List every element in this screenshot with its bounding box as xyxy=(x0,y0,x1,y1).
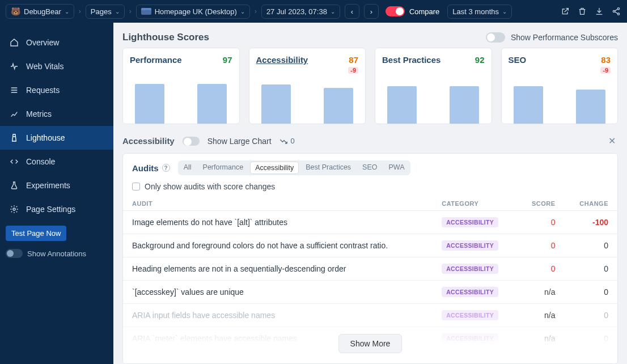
sidebar-item-page-settings[interactable]: Page Settings xyxy=(0,197,113,221)
sidebar-item-label: Console xyxy=(26,157,55,166)
sidebar-item-lighthouse[interactable]: Lighthouse xyxy=(0,126,113,150)
chevron-down-icon: ⌄ xyxy=(240,9,245,15)
score-label: Performance xyxy=(130,55,182,65)
col-audit[interactable]: AUDIT xyxy=(123,197,433,211)
checkbox-icon xyxy=(132,183,140,191)
subscores-toggle-group: Show Performance Subscores xyxy=(486,32,618,43)
table-row[interactable]: `[accesskey]` values are uniqueACCESSIBI… xyxy=(123,281,617,304)
tab-pwa[interactable]: PWA xyxy=(383,160,410,175)
score-cards: Performance97Accessibility87-9Best Pract… xyxy=(113,48,627,124)
bar-curr xyxy=(576,90,605,124)
top-actions xyxy=(560,6,621,16)
chevron-down-icon: ⌄ xyxy=(331,9,335,15)
compare-toggle[interactable] xyxy=(385,6,405,16)
col-category[interactable]: CATEGORY xyxy=(433,197,517,211)
audits-title-group: Audits ? xyxy=(132,163,170,173)
sidebar-item-metrics[interactable]: Metrics xyxy=(0,102,113,126)
breadcrumb-date[interactable]: 27 Jul 2023, 07:38 ⌄ xyxy=(261,5,340,19)
open-external-icon[interactable] xyxy=(560,6,570,16)
large-chart-toggle[interactable] xyxy=(183,137,200,146)
score-card-accessibility[interactable]: Accessibility87-9 xyxy=(249,48,366,124)
category-chip: ACCESSIBILITY xyxy=(442,240,498,251)
sidebar-item-console[interactable]: Console xyxy=(0,150,113,173)
show-annotations-toggle[interactable] xyxy=(6,249,23,258)
table-row[interactable]: Image elements do not have `[alt]` attri… xyxy=(123,211,617,234)
audit-name: Heading elements are not in a sequential… xyxy=(123,257,433,281)
audit-score: 0 xyxy=(517,234,564,257)
close-icon: ✕ xyxy=(608,136,616,146)
subscores-toggle[interactable] xyxy=(486,32,505,43)
tab-all[interactable]: All xyxy=(178,160,197,175)
chevron-down-icon: ⌄ xyxy=(115,9,120,15)
breadcrumb-page[interactable]: Homepage UK (Desktop) ⌄ xyxy=(136,5,250,19)
audits-panel: Audits ? AllPerformanceAccessibilityBest… xyxy=(122,153,618,364)
score-value: 97 xyxy=(223,55,232,65)
score-card-best-practices[interactable]: Best Practices92 xyxy=(375,48,492,124)
sidebar-item-requests[interactable]: Requests xyxy=(0,78,113,102)
audit-category: ACCESSIBILITY xyxy=(433,281,517,304)
audit-category: ACCESSIBILITY xyxy=(433,257,517,281)
tab-performance[interactable]: Performance xyxy=(197,160,249,175)
tab-best-practices[interactable]: Best Practices xyxy=(300,160,357,175)
tab-seo[interactable]: SEO xyxy=(357,160,383,175)
category-chip: ACCESSIBILITY xyxy=(442,310,498,320)
category-chip: ACCESSIBILITY xyxy=(442,333,498,344)
prev-run-button[interactable]: ‹ xyxy=(345,4,359,19)
audit-name: Background and foreground colors do not … xyxy=(123,234,433,257)
sidebar-item-web-vitals[interactable]: Web Vitals xyxy=(0,54,113,78)
bar-prev xyxy=(261,84,291,124)
subscores-label: Show Performance Subscores xyxy=(511,33,618,42)
audit-score: n/a xyxy=(517,327,564,350)
large-chart-label: Show Large Chart xyxy=(207,137,272,146)
score-card-seo[interactable]: SEO83-9 xyxy=(501,48,618,124)
download-icon[interactable] xyxy=(594,6,604,16)
brand-label: DebugBear xyxy=(24,7,61,16)
score-label: Accessibility xyxy=(256,55,308,65)
sidebar-item-label: Experiments xyxy=(26,181,70,190)
show-more-button[interactable]: Show More xyxy=(338,334,403,353)
breadcrumb-pages[interactable]: Pages ⌄ xyxy=(86,5,125,19)
sidebar-item-label: Requests xyxy=(26,86,60,95)
table-row[interactable]: ARIA input fields have accessible namesA… xyxy=(123,304,617,327)
help-icon[interactable]: ? xyxy=(162,164,170,172)
table-row[interactable]: Background and foreground colors do not … xyxy=(123,234,617,257)
trash-icon[interactable] xyxy=(577,6,587,16)
close-detail-button[interactable]: ✕ xyxy=(606,133,618,149)
audits-tabs-row: Audits ? AllPerformanceAccessibilityBest… xyxy=(123,154,617,182)
show-annotations-label: Show Annotations xyxy=(27,249,86,258)
score-changes-filter[interactable]: Only show audits with score changes xyxy=(123,182,617,197)
score-value: 83 xyxy=(600,55,611,65)
layout: Overview Web Vitals Requests Metrics Lig… xyxy=(0,23,627,364)
audit-change: 0 xyxy=(565,281,618,304)
col-change[interactable]: CHANGE xyxy=(565,197,618,211)
breadcrumb-brand[interactable]: 🐻 DebugBear ⌄ xyxy=(6,4,74,19)
next-run-button[interactable]: › xyxy=(364,4,379,19)
share-icon[interactable] xyxy=(611,6,621,16)
tab-accessibility[interactable]: Accessibility xyxy=(250,162,299,174)
range-selector[interactable]: Last 3 months ⌄ xyxy=(447,5,512,19)
sidebar: Overview Web Vitals Requests Metrics Lig… xyxy=(0,23,113,364)
audits-table: AUDIT CATEGORY SCORE CHANGE Image elemen… xyxy=(123,197,617,350)
audit-change: 0 xyxy=(565,327,618,350)
test-page-button[interactable]: Test Page Now xyxy=(6,226,66,241)
sidebar-item-label: Metrics xyxy=(26,109,52,118)
breadcrumb-sep: › xyxy=(255,7,257,15)
bar-curr xyxy=(197,84,227,124)
date-label: 27 Jul 2023, 07:38 xyxy=(266,7,327,16)
score-label: SEO xyxy=(509,55,527,65)
category-chip: ACCESSIBILITY xyxy=(442,287,498,297)
category-chip: ACCESSIBILITY xyxy=(442,264,498,274)
audits-title: Audits xyxy=(132,163,159,173)
bear-icon: 🐻 xyxy=(11,7,20,16)
bar-prev xyxy=(135,84,164,124)
col-score[interactable]: SCORE xyxy=(517,197,564,211)
sidebar-item-overview[interactable]: Overview xyxy=(0,31,113,54)
table-row[interactable]: Heading elements are not in a sequential… xyxy=(123,257,617,281)
bar-prev xyxy=(514,86,543,124)
audit-category: ACCESSIBILITY xyxy=(433,211,517,234)
score-card-performance[interactable]: Performance97 xyxy=(122,48,240,124)
detail-header: Accessibility Show Large Chart 0 ✕ xyxy=(113,124,627,153)
lighthouse-icon xyxy=(9,133,19,143)
sidebar-item-experiments[interactable]: Experiments xyxy=(0,173,113,197)
bar-curr xyxy=(324,88,353,124)
